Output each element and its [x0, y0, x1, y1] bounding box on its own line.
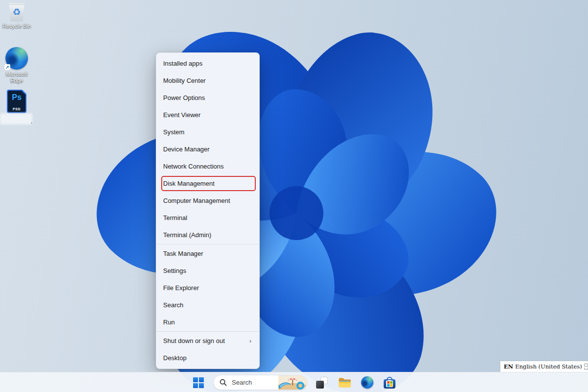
- language-name: English (United States): [515, 363, 582, 370]
- menu-item-label: Disk Management: [163, 180, 253, 187]
- psd-tag-text: PSD: [7, 107, 26, 111]
- desktop-icon-psd-file[interactable]: Ps PSD: [0, 90, 34, 113]
- redacted-filename-mark: ,: [31, 118, 32, 124]
- menu-item-power-options[interactable]: Power Options: [156, 89, 259, 106]
- language-bar-buttons: [584, 364, 588, 369]
- menu-item-label: Search: [163, 301, 253, 309]
- desktop-icon-recycle-bin[interactable]: ♻ Recycle Bin: [0, 3, 34, 29]
- menu-item-label: Desktop: [163, 354, 253, 362]
- menu-separator: [157, 331, 259, 332]
- menu-item-search[interactable]: Search: [156, 296, 259, 314]
- menu-item-terminal[interactable]: Terminal: [156, 209, 259, 226]
- menu-item-network-connections[interactable]: Network Connections: [156, 158, 259, 175]
- menu-item-computer-management[interactable]: Computer Management: [156, 192, 259, 209]
- menu-item-event-viewer[interactable]: Event Viewer: [156, 106, 259, 123]
- taskbar: ☁ Search: [0, 372, 588, 392]
- menu-item-system[interactable]: System: [156, 123, 259, 141]
- winx-menu: Installed appsMobility CenterPower Optio…: [156, 52, 260, 369]
- menu-item-label: Run: [163, 318, 253, 326]
- menu-item-label: Terminal (Admin): [163, 231, 253, 239]
- recycle-symbol-icon: ♻: [8, 7, 25, 17]
- menu-item-label: Power Options: [163, 94, 253, 101]
- photoshop-file-icon: Ps PSD: [7, 90, 26, 113]
- menu-item-terminal-admin[interactable]: Terminal (Admin): [156, 226, 259, 244]
- menu-item-mobility-center[interactable]: Mobility Center: [156, 72, 259, 89]
- desktop-icon-label: Recycle Bin: [0, 23, 34, 29]
- recycle-bin-icon: ♻: [8, 3, 25, 22]
- search-box[interactable]: Search: [213, 375, 307, 390]
- language-bar-minimize-icon[interactable]: [584, 368, 588, 369]
- search-icon: [220, 379, 227, 386]
- taskbar-center: Search: [191, 372, 397, 392]
- chevron-right-icon: ›: [249, 337, 251, 344]
- search-highlight-image: [278, 375, 307, 390]
- start-button[interactable]: [191, 375, 206, 391]
- microsoft-store-button[interactable]: [382, 375, 397, 391]
- wallpaper-bloom: [0, 0, 588, 392]
- menu-item-label: Shut down or sign out: [163, 337, 249, 344]
- search-placeholder: Search: [232, 379, 278, 386]
- task-view-button[interactable]: [314, 375, 330, 391]
- menu-item-label: Settings: [163, 267, 253, 274]
- windows-logo-icon: [193, 377, 204, 388]
- menu-item-label: Mobility Center: [163, 77, 253, 84]
- task-view-icon: [316, 377, 328, 389]
- menu-item-label: Device Manager: [163, 146, 253, 153]
- language-bar-restore-icon[interactable]: [584, 364, 588, 367]
- language-code: EN: [504, 363, 513, 370]
- menu-item-label: File Explorer: [163, 284, 253, 292]
- menu-item-label: Computer Management: [163, 197, 253, 204]
- edge-icon: [361, 376, 373, 389]
- menu-item-label: Network Connections: [163, 163, 253, 170]
- menu-item-device-manager[interactable]: Device Manager: [156, 141, 259, 158]
- menu-item-disk-management[interactable]: Disk Management: [156, 175, 259, 192]
- file-explorer-button[interactable]: [337, 375, 352, 391]
- edge-button[interactable]: [359, 375, 375, 391]
- menu-item-label: Task Manager: [163, 250, 253, 257]
- store-icon: [384, 379, 395, 389]
- folder-icon: [338, 377, 351, 388]
- menu-item-settings[interactable]: Settings: [156, 262, 259, 279]
- menu-item-desktop[interactable]: Desktop: [156, 349, 259, 367]
- menu-item-label: System: [163, 128, 253, 136]
- menu-item-shut-down-or-sign-out[interactable]: Shut down or sign out›: [156, 332, 259, 349]
- desktop-icon-microsoft-edge[interactable]: ↗ Microsoft Edge: [0, 47, 34, 83]
- desktop: ♻ Recycle Bin ↗ Microsoft Edge Ps PSD , …: [0, 0, 588, 392]
- menu-item-label: Terminal: [163, 214, 253, 221]
- shortcut-arrow-icon: ↗: [4, 64, 10, 70]
- menu-item-installed-apps[interactable]: Installed apps: [156, 55, 259, 72]
- language-label: ENEnglish (United States): [504, 363, 582, 370]
- menu-item-label: Event Viewer: [163, 111, 253, 119]
- menu-item-task-manager[interactable]: Task Manager: [156, 245, 259, 262]
- redacted-filename: [0, 113, 32, 124]
- menu-item-label: Installed apps: [163, 60, 253, 67]
- menu-item-file-explorer[interactable]: File Explorer: [156, 279, 259, 296]
- language-bar[interactable]: ENEnglish (United States): [500, 361, 588, 372]
- ps-logo-text: Ps: [7, 93, 26, 102]
- menu-separator: [157, 244, 259, 245]
- desktop-icon-label: Microsoft Edge: [0, 71, 34, 83]
- menu-item-run[interactable]: Run: [156, 314, 259, 331]
